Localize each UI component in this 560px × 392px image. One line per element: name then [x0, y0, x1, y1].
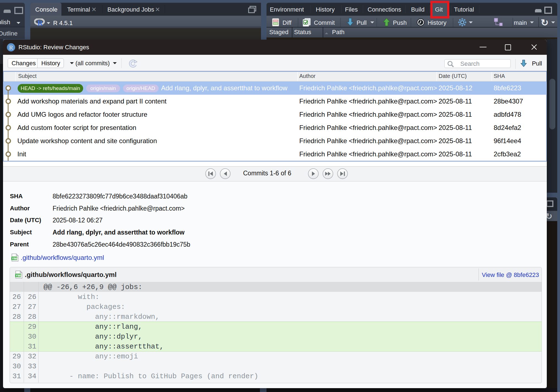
svg-text:YML: YML [16, 274, 22, 277]
svg-text:R: R [37, 19, 43, 26]
svg-text:YML: YML [12, 257, 18, 260]
